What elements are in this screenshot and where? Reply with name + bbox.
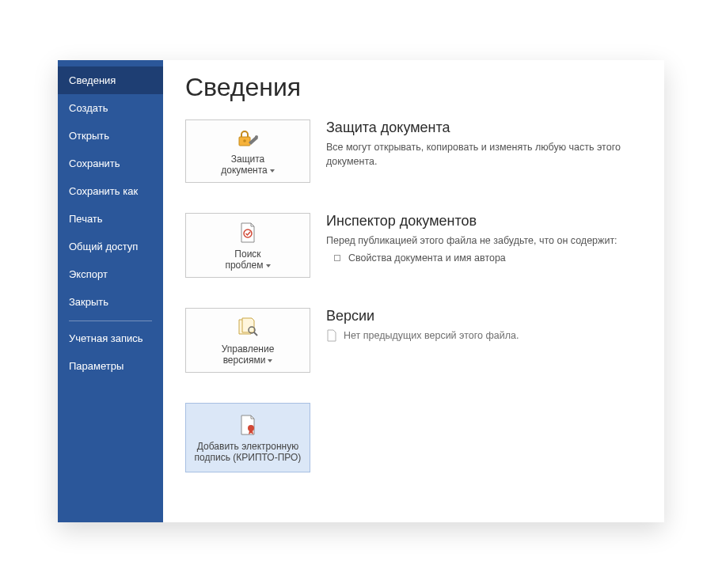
versions-title: Версии: [326, 308, 519, 324]
sidebar-separator: [69, 321, 152, 321]
sidebar-item-new[interactable]: Создать: [58, 94, 163, 122]
protect-info: Защита документа Все могут открывать, ко…: [326, 119, 627, 169]
versions-info: Версии Нет предыдущих версий этого файла…: [326, 308, 519, 342]
svg-point-1: [243, 139, 246, 142]
manage-versions-button[interactable]: Управление версиями: [185, 308, 310, 373]
section-versions: Управление версиями Версии Нет предыдущи…: [185, 308, 642, 373]
sidebar-item-share[interactable]: Общий доступ: [58, 233, 163, 260]
chevron-down-icon: [266, 264, 271, 267]
document-outline-icon: [326, 329, 337, 342]
document-seal-icon: [238, 414, 257, 436]
sidebar-item-export[interactable]: Экспорт: [58, 260, 163, 288]
check-issues-button[interactable]: Поиск проблем: [185, 213, 310, 278]
tile-label: проблем: [225, 260, 263, 271]
backstage-window: Сведения Создать Открыть Сохранить Сохра…: [58, 60, 664, 522]
section-sign: Добавить электронную подпись (КРИПТО-ПРО…: [185, 403, 642, 472]
tile-label: Добавить электронную: [197, 441, 298, 452]
tile-label: Поиск: [234, 248, 260, 260]
tile-label: версиями: [223, 355, 266, 366]
sidebar-item-print[interactable]: Печать: [58, 205, 163, 233]
inspect-title: Инспектор документов: [326, 213, 618, 230]
inspect-desc: Перед публикацией этого файла не забудьт…: [326, 234, 618, 248]
versions-text: Нет предыдущих версий этого файла.: [344, 330, 519, 341]
documents-magnify-icon: [236, 317, 260, 339]
protect-desc: Все могут открывать, копировать и изменя…: [326, 141, 627, 169]
bullet-icon: [334, 255, 340, 261]
tile-label: документа: [221, 165, 268, 176]
add-digital-signature-button[interactable]: Добавить электронную подпись (КРИПТО-ПРО…: [185, 403, 310, 472]
svg-line-5: [254, 332, 257, 336]
tile-label: подпись (КРИПТО-ПРО): [195, 452, 302, 463]
svg-point-6: [248, 425, 254, 431]
sidebar-item-account[interactable]: Учетная запись: [58, 324, 163, 352]
protect-document-button[interactable]: Защита документа: [185, 119, 310, 183]
tile-label: Защита: [231, 154, 265, 165]
sidebar-item-open[interactable]: Открыть: [58, 122, 163, 150]
sidebar: Сведения Создать Открыть Сохранить Сохра…: [58, 60, 163, 522]
chevron-down-icon: [268, 359, 272, 362]
section-inspect: Поиск проблем Инспектор документов Перед…: [185, 213, 642, 278]
page-title: Сведения: [185, 73, 642, 102]
protect-title: Защита документа: [326, 119, 627, 136]
sidebar-item-options[interactable]: Параметры: [58, 352, 163, 380]
chevron-down-icon: [270, 169, 275, 173]
inspect-info: Инспектор документов Перед публикацией э…: [326, 213, 618, 264]
tile-label: Управление: [222, 343, 275, 355]
document-check-icon: [238, 222, 257, 244]
lock-key-icon: [236, 128, 260, 149]
section-protect: Защита документа Защита документа Все мо…: [185, 119, 642, 183]
main-panel: Сведения Защита документа Защита докумен…: [163, 60, 664, 522]
inspect-bullet: Свойства документа и имя автора: [326, 252, 618, 264]
sidebar-item-info[interactable]: Сведения: [58, 66, 163, 94]
bullet-text: Свойства документа и имя автора: [348, 252, 506, 264]
sidebar-item-save[interactable]: Сохранить: [58, 150, 163, 177]
svg-point-2: [255, 135, 258, 138]
sidebar-item-saveas[interactable]: Сохранить как: [58, 177, 163, 205]
sidebar-item-close[interactable]: Закрыть: [58, 288, 163, 316]
versions-desc: Нет предыдущих версий этого файла.: [326, 329, 519, 342]
